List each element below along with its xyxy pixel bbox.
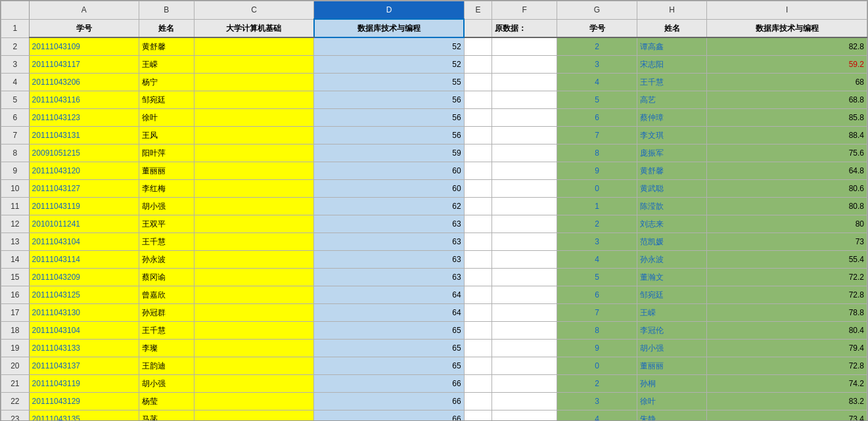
cell-e1[interactable]	[464, 19, 492, 37]
col-h-header[interactable]: H	[637, 1, 707, 20]
cell-a7[interactable]: 20111043131	[29, 127, 139, 144]
col-g-header[interactable]: G	[557, 1, 637, 20]
cell-i22[interactable]: 83.2	[707, 393, 867, 410]
cell-b19[interactable]: 李璨	[139, 340, 194, 357]
cell-h19[interactable]: 胡小强	[637, 340, 707, 357]
cell-c21[interactable]	[194, 375, 314, 393]
cell-c19[interactable]	[194, 340, 314, 357]
cell-c12[interactable]	[194, 215, 314, 233]
cell-b22[interactable]: 杨莹	[139, 393, 194, 410]
cell-c4[interactable]	[194, 74, 314, 91]
cell-f23[interactable]	[492, 410, 557, 422]
cell-d18[interactable]: 65	[314, 322, 464, 340]
cell-i5[interactable]: 68.8	[707, 91, 867, 109]
cell-h4[interactable]: 王千慧	[637, 74, 707, 91]
cell-c7[interactable]	[194, 127, 314, 144]
cell-e14[interactable]	[464, 251, 492, 269]
cell-d20[interactable]: 65	[314, 357, 464, 375]
cell-c22[interactable]	[194, 393, 314, 410]
cell-e15[interactable]	[464, 269, 492, 286]
col-b-header[interactable]: B	[139, 1, 194, 20]
cell-c16[interactable]	[194, 286, 314, 304]
cell-e5[interactable]	[464, 91, 492, 109]
cell-a8[interactable]: 20091051215	[29, 144, 139, 162]
cell-e10[interactable]	[464, 180, 492, 198]
cell-h7[interactable]: 李文琪	[637, 127, 707, 144]
cell-d22[interactable]: 66	[314, 393, 464, 410]
cell-d8[interactable]: 59	[314, 144, 464, 162]
cell-i14[interactable]: 55.4	[707, 251, 867, 269]
cell-i10[interactable]: 80.6	[707, 180, 867, 198]
cell-f19[interactable]	[492, 340, 557, 357]
cell-g5[interactable]: 5	[557, 91, 637, 109]
cell-e23[interactable]	[464, 410, 492, 422]
cell-b10[interactable]: 李红梅	[139, 180, 194, 198]
cell-a2[interactable]: 20111043109	[29, 37, 139, 56]
cell-c2[interactable]	[194, 37, 314, 56]
cell-i7[interactable]: 88.4	[707, 127, 867, 144]
cell-e12[interactable]	[464, 215, 492, 233]
cell-b9[interactable]: 董丽丽	[139, 162, 194, 180]
col-i-header[interactable]: I	[707, 1, 867, 20]
cell-f18[interactable]	[492, 322, 557, 340]
cell-c23[interactable]	[194, 410, 314, 422]
cell-h18[interactable]: 李冠伦	[637, 322, 707, 340]
cell-a23[interactable]: 20111043135	[29, 410, 139, 422]
col-e-header[interactable]: E	[464, 1, 492, 20]
cell-i20[interactable]: 72.8	[707, 357, 867, 375]
cell-g8[interactable]: 8	[557, 144, 637, 162]
cell-e3[interactable]	[464, 56, 492, 74]
cell-f7[interactable]	[492, 127, 557, 144]
cell-d13[interactable]: 63	[314, 233, 464, 251]
cell-g4[interactable]: 4	[557, 74, 637, 91]
cell-h8[interactable]: 庞振军	[637, 144, 707, 162]
cell-b16[interactable]: 曾嘉欣	[139, 286, 194, 304]
cell-a9[interactable]: 20111043120	[29, 162, 139, 180]
cell-c1[interactable]: 大学计算机基础	[194, 19, 314, 37]
cell-i12[interactable]: 80	[707, 215, 867, 233]
cell-a11[interactable]: 20111043119	[29, 198, 139, 215]
cell-i6[interactable]: 85.8	[707, 109, 867, 127]
cell-h14[interactable]: 孙永波	[637, 251, 707, 269]
cell-d12[interactable]: 63	[314, 215, 464, 233]
cell-a4[interactable]: 20111043206	[29, 74, 139, 91]
cell-h1[interactable]: 姓名	[637, 19, 707, 37]
cell-e22[interactable]	[464, 393, 492, 410]
cell-f10[interactable]	[492, 180, 557, 198]
col-f-header[interactable]: F	[492, 1, 557, 20]
cell-f13[interactable]	[492, 233, 557, 251]
cell-b17[interactable]: 孙冠群	[139, 304, 194, 322]
cell-f20[interactable]	[492, 357, 557, 375]
cell-e4[interactable]	[464, 74, 492, 91]
cell-i15[interactable]: 72.2	[707, 269, 867, 286]
cell-i17[interactable]: 78.8	[707, 304, 867, 322]
cell-g10[interactable]: 0	[557, 180, 637, 198]
cell-c5[interactable]	[194, 91, 314, 109]
cell-d19[interactable]: 65	[314, 340, 464, 357]
cell-h6[interactable]: 蔡仲璋	[637, 109, 707, 127]
cell-g23[interactable]: 4	[557, 410, 637, 422]
cell-e20[interactable]	[464, 357, 492, 375]
cell-c10[interactable]	[194, 180, 314, 198]
cell-i4[interactable]: 68	[707, 74, 867, 91]
cell-i3[interactable]: 59.2	[707, 56, 867, 74]
cell-b5[interactable]: 邹宛廷	[139, 91, 194, 109]
cell-e11[interactable]	[464, 198, 492, 215]
cell-c14[interactable]	[194, 251, 314, 269]
cell-b20[interactable]: 王韵迪	[139, 357, 194, 375]
cell-f9[interactable]	[492, 162, 557, 180]
cell-g13[interactable]: 3	[557, 233, 637, 251]
cell-f16[interactable]	[492, 286, 557, 304]
cell-c15[interactable]	[194, 269, 314, 286]
cell-c17[interactable]	[194, 304, 314, 322]
cell-f22[interactable]	[492, 393, 557, 410]
cell-i9[interactable]: 64.8	[707, 162, 867, 180]
cell-h16[interactable]: 邹宛廷	[637, 286, 707, 304]
col-c-header[interactable]: C	[194, 1, 314, 20]
cell-c20[interactable]	[194, 357, 314, 375]
cell-g7[interactable]: 7	[557, 127, 637, 144]
cell-d4[interactable]: 55	[314, 74, 464, 91]
cell-d5[interactable]: 56	[314, 91, 464, 109]
cell-i1[interactable]: 数据库技术与编程	[707, 19, 867, 37]
cell-g14[interactable]: 4	[557, 251, 637, 269]
